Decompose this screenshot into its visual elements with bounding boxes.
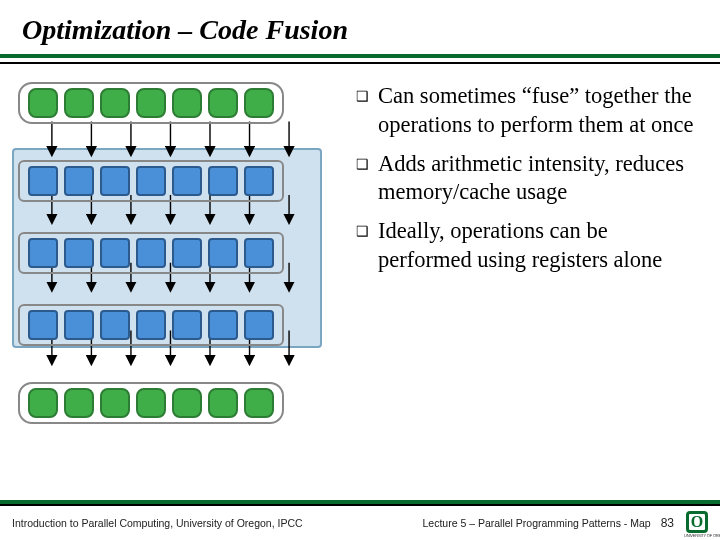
footer: Introduction to Parallel Computing, Univ… [0,504,720,540]
cell [172,238,202,268]
cell [100,238,130,268]
cell [136,166,166,196]
content-area: ❑Can sometimes “fuse” together the opera… [0,64,720,504]
cell [28,388,58,418]
cell [100,88,130,118]
cell [64,88,94,118]
bullet-text: Can sometimes “fuse” together the operat… [378,82,702,140]
cell [244,88,274,118]
footer-center-text: Lecture 5 – Parallel Programming Pattern… [422,517,650,529]
cell [208,166,238,196]
bullet-mark-icon: ❑ [356,82,378,140]
bullet-mark-icon: ❑ [356,150,378,208]
bullet-list: ❑Can sometimes “fuse” together the opera… [356,82,702,504]
footer-left-text: Introduction to Parallel Computing, Univ… [12,517,303,529]
cell [28,310,58,340]
cell [172,310,202,340]
cell [64,166,94,196]
cell [244,388,274,418]
compute-row [18,160,284,202]
cell [100,166,130,196]
slide-title: Optimization – Code Fusion [0,0,720,54]
cell [208,238,238,268]
cell [100,388,130,418]
cell [28,166,58,196]
cell [172,88,202,118]
memory-row [18,82,284,124]
cell [208,88,238,118]
cell [244,238,274,268]
cell [208,310,238,340]
cell [136,310,166,340]
cell [28,238,58,268]
uo-logo: O UNIVERSITY OF OREGON [684,510,710,536]
cell [136,238,166,268]
logo-o-icon: O [686,511,708,533]
code-fusion-diagram [18,82,338,402]
cell [244,166,274,196]
bullet-mark-icon: ❑ [356,217,378,275]
footer-right: Lecture 5 – Parallel Programming Pattern… [422,510,710,536]
logo-subtext: UNIVERSITY OF OREGON [684,533,720,538]
memory-row [18,382,284,424]
footer-left: Introduction to Parallel Computing, Univ… [12,517,303,529]
cell [172,166,202,196]
bullet-text: Adds arithmetic intensity, reduces memor… [378,150,702,208]
cell [208,388,238,418]
footer-inner: Introduction to Parallel Computing, Univ… [0,506,720,540]
bullet-item: ❑Can sometimes “fuse” together the opera… [356,82,702,140]
slide: Optimization – Code Fusion ❑Can sometime… [0,0,720,540]
footer-accent [0,500,720,504]
cell [136,88,166,118]
cell [100,310,130,340]
cell [64,238,94,268]
bullet-item: ❑Ideally, operations can be performed us… [356,217,702,275]
cell [64,310,94,340]
compute-row [18,232,284,274]
page-number: 83 [661,516,674,530]
cell [136,388,166,418]
cell [244,310,274,340]
bullet-item: ❑Adds arithmetic intensity, reduces memo… [356,150,702,208]
bullet-text: Ideally, operations can be performed usi… [378,217,702,275]
cell [172,388,202,418]
cell [28,88,58,118]
cell [64,388,94,418]
accent-rule [0,54,720,58]
compute-row [18,304,284,346]
